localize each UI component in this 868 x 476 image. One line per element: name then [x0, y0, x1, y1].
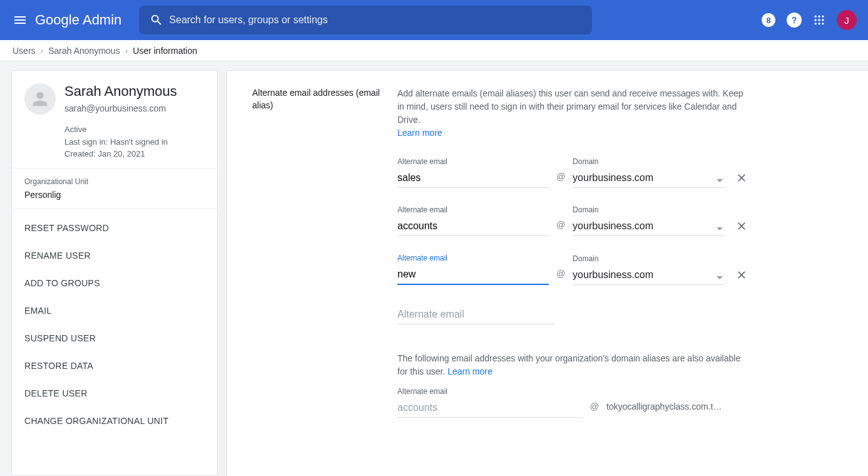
dropdown-icon	[717, 276, 723, 279]
user-side-card: Sarah Anonymous sarah@yourbusiness.com A…	[11, 70, 218, 476]
search-input[interactable]	[169, 14, 587, 26]
domain-select-0[interactable]: yourbusiness.com	[573, 170, 724, 188]
domain-select-2[interactable]: yourbusiness.com	[573, 267, 724, 285]
account-avatar[interactable]: J	[837, 10, 857, 30]
readonly-alias-domain: tokyocalligraphyclass.com.t…	[606, 401, 748, 418]
ou-label: Organizational Unit	[24, 177, 205, 186]
dropdown-icon	[717, 227, 723, 230]
user-status: Active	[64, 123, 205, 136]
section-title: Alternate email addresses (email alias)	[252, 87, 397, 460]
logo[interactable]: Google Admin	[35, 12, 121, 28]
domain-label: Domain	[573, 157, 724, 166]
svg-point-8	[822, 23, 824, 24]
logo-main: Google	[35, 12, 79, 28]
remove-alias-button-0[interactable]	[735, 172, 748, 188]
menu-icon	[13, 13, 28, 28]
domain-alias-description: The following email addresses with your …	[397, 352, 748, 378]
apps-launcher-button[interactable]	[813, 14, 825, 26]
svg-point-1	[818, 16, 820, 18]
breadcrumb: Users › Sarah Anonymous › User informati…	[0, 40, 868, 61]
close-icon	[735, 220, 748, 232]
svg-point-3	[815, 19, 817, 21]
apps-icon	[813, 14, 825, 26]
logo-sub: Admin	[83, 12, 121, 28]
side-actions: RESET PASSWORD RENAME USER ADD TO GROUPS…	[12, 209, 217, 440]
alternate-email-input-1[interactable]	[397, 218, 549, 236]
add-to-groups-button[interactable]: ADD TO GROUPS	[12, 269, 217, 297]
notification-badge[interactable]: 8	[762, 13, 775, 27]
alternate-email-input-2[interactable]	[397, 266, 549, 285]
alternate-email-label: Alternate email	[397, 205, 549, 214]
close-icon	[735, 172, 748, 184]
remove-alias-button-1[interactable]	[735, 220, 748, 236]
at-symbol: @	[555, 269, 566, 285]
svg-point-2	[822, 16, 824, 18]
learn-more-link[interactable]: Learn more	[397, 128, 442, 138]
svg-point-5	[822, 19, 824, 21]
search-bar[interactable]	[139, 6, 592, 34]
reset-password-button[interactable]: RESET PASSWORD	[12, 214, 217, 242]
suspend-user-button[interactable]: SUSPEND USER	[12, 324, 217, 352]
alternate-email-label: Alternate email	[397, 387, 583, 396]
chevron-right-icon: ›	[125, 46, 128, 56]
svg-point-7	[818, 23, 820, 24]
readonly-alias-email	[397, 400, 583, 418]
user-last-signin: Last sign in: Hasn't signed in	[64, 136, 205, 148]
alias-row: Alternate email @ Domain yourbusiness.co…	[397, 157, 748, 188]
section-description: Add alternate emails (email aliases) thi…	[397, 87, 748, 140]
top-actions: 8 ? J	[762, 10, 857, 30]
domain-label: Domain	[573, 254, 724, 263]
user-created: Created: Jan 20, 2021	[64, 148, 205, 160]
at-symbol: @	[589, 401, 600, 418]
svg-point-6	[815, 23, 817, 24]
domain-select-1[interactable]: yourbusiness.com	[573, 218, 724, 236]
user-avatar-icon	[24, 83, 56, 115]
svg-point-4	[818, 19, 820, 21]
change-ou-button[interactable]: CHANGE ORGANIZATIONAL UNIT	[12, 407, 217, 435]
search-icon	[144, 13, 169, 27]
alias-row-readonly: Alternate email @ tokyocalligraphyclass.…	[397, 387, 748, 418]
at-symbol: @	[555, 172, 566, 188]
alternate-email-label: Alternate email	[397, 157, 549, 166]
main-card: Alternate email addresses (email alias) …	[227, 70, 868, 476]
at-symbol: @	[555, 220, 566, 236]
breadcrumb-users[interactable]: Users	[13, 46, 36, 56]
email-button[interactable]: EMAIL	[12, 297, 217, 324]
dropdown-icon	[717, 179, 723, 182]
rename-user-button[interactable]: RENAME USER	[12, 242, 217, 269]
hamburger-menu-button[interactable]	[8, 8, 33, 33]
close-icon	[735, 269, 748, 281]
user-email: sarah@yourbusiness.com	[64, 103, 177, 113]
alternate-email-input-new[interactable]	[397, 306, 555, 324]
chevron-right-icon: ›	[41, 46, 44, 56]
remove-alias-button-2[interactable]	[735, 269, 748, 285]
alias-row-empty	[397, 306, 748, 324]
breadcrumb-current: User information	[133, 46, 197, 56]
user-name: Sarah Anonymous	[64, 83, 177, 100]
alternate-email-input-0[interactable]	[397, 170, 549, 188]
alternate-email-label: Alternate email	[397, 254, 549, 262]
delete-user-button[interactable]: DELETE USER	[12, 380, 217, 407]
alias-row: Alternate email @ Domain yourbusiness.co…	[397, 254, 748, 285]
ou-value: Personlig	[24, 190, 205, 200]
topbar: Google Admin 8 ? J	[0, 0, 868, 40]
domain-label: Domain	[573, 205, 724, 214]
learn-more-link-2[interactable]: Learn more	[447, 366, 493, 376]
help-button[interactable]: ?	[787, 13, 802, 28]
restore-data-button[interactable]: RESTORE DATA	[12, 352, 217, 380]
alias-row: Alternate email @ Domain yourbusiness.co…	[397, 205, 748, 236]
svg-point-0	[815, 16, 817, 18]
breadcrumb-user[interactable]: Sarah Anonymous	[48, 46, 120, 56]
stage: Sarah Anonymous sarah@yourbusiness.com A…	[0, 61, 868, 476]
